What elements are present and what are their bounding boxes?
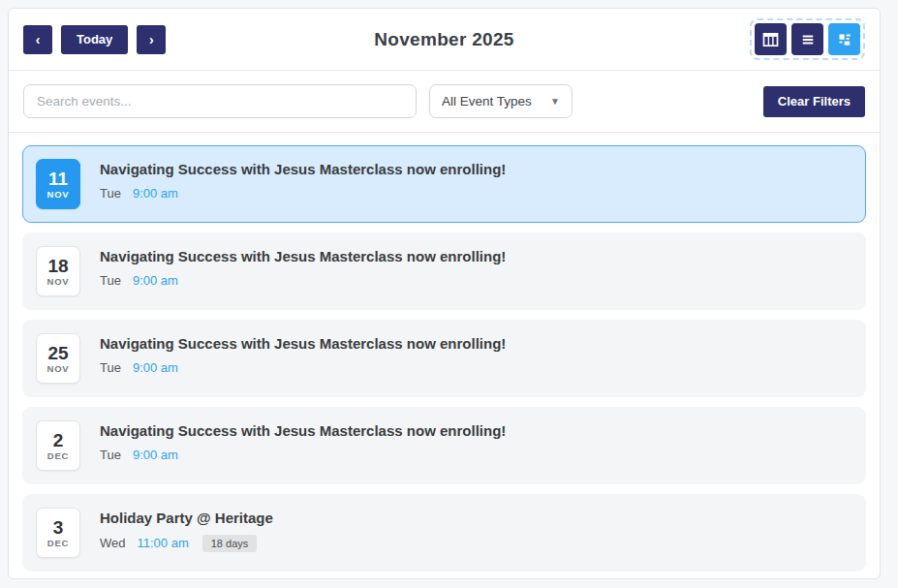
event-date-box: 2 DEC	[36, 420, 80, 471]
view-switcher	[750, 18, 865, 60]
event-day: 18	[47, 257, 68, 275]
page: { "header": { "prev_label": "‹", "today_…	[0, 0, 898, 588]
calendar-header: ‹ Today › November 2025	[9, 9, 880, 71]
prev-month-button[interactable]: ‹	[23, 25, 52, 54]
event-weekday: Wed	[100, 536, 126, 550]
event-time-link[interactable]: 9:00 am	[133, 448, 178, 462]
event-weekday: Tue	[100, 448, 121, 462]
list-icon	[800, 32, 816, 47]
event-weekday: Tue	[100, 360, 121, 375]
month-view-button[interactable]	[755, 23, 787, 55]
event-month: DEC	[47, 539, 69, 548]
photo-view-button[interactable]	[828, 23, 860, 55]
event-title[interactable]: Holiday Party @ Heritage	[100, 509, 273, 528]
event-list: 11 NOV Navigating Success with Jesus Mas…	[9, 133, 880, 579]
event-type-selected-value: All Event Types	[442, 94, 532, 108]
event-month: NOV	[47, 277, 70, 287]
event-day: 3	[53, 518, 64, 537]
filter-bar: All Event Types ▼ Clear Filters	[9, 71, 880, 133]
event-date-box: 11 NOV	[36, 159, 80, 209]
event-meta: Tue 9:00 am	[100, 360, 506, 375]
event-day: 2	[53, 431, 64, 449]
event-card[interactable]: 3 DEC Holiday Party @ Heritage Wed 11:00…	[22, 494, 866, 572]
event-meta: Tue 9:00 am	[100, 186, 506, 201]
event-date-box: 3 DEC	[36, 508, 80, 558]
event-day: 11	[48, 170, 68, 188]
event-title[interactable]: Navigating Success with Jesus Masterclas…	[100, 334, 506, 354]
next-month-button[interactable]: ›	[137, 25, 166, 54]
event-title[interactable]: Navigating Success with Jesus Masterclas…	[100, 160, 506, 179]
event-weekday: Tue	[100, 273, 121, 288]
event-info: Holiday Party @ Heritage Wed 11:00 am 18…	[100, 509, 273, 552]
event-meta: Tue 9:00 am	[100, 448, 506, 462]
mosaic-icon	[837, 32, 852, 47]
event-month: NOV	[47, 190, 70, 200]
event-countdown-badge: 18 days	[202, 535, 258, 552]
calendar-grid-icon	[762, 32, 779, 47]
clear-filters-button[interactable]: Clear Filters	[763, 86, 865, 117]
event-type-select[interactable]: All Event Types ▼	[429, 84, 573, 118]
event-title[interactable]: Navigating Success with Jesus Masterclas…	[100, 421, 506, 441]
event-month: NOV	[47, 364, 70, 374]
event-info: Navigating Success with Jesus Masterclas…	[100, 247, 506, 288]
event-card[interactable]: 25 NOV Navigating Success with Jesus Mas…	[22, 320, 866, 397]
event-time-link[interactable]: 9:00 am	[133, 186, 178, 201]
event-card[interactable]: 18 NOV Navigating Success with Jesus Mas…	[22, 232, 866, 310]
search-input[interactable]	[23, 84, 417, 118]
event-time-link[interactable]: 9:00 am	[133, 360, 178, 375]
event-month: DEC	[47, 451, 69, 461]
chevron-down-icon: ▼	[550, 96, 560, 107]
event-info: Navigating Success with Jesus Masterclas…	[100, 160, 506, 201]
event-info: Navigating Success with Jesus Masterclas…	[100, 421, 506, 462]
event-weekday: Tue	[100, 186, 121, 201]
event-meta: Wed 11:00 am 18 days	[100, 535, 273, 552]
date-navigation: ‹ Today ›	[23, 25, 166, 54]
events-calendar-widget: ‹ Today › November 2025	[8, 8, 881, 579]
today-button[interactable]: Today	[61, 25, 128, 54]
event-info: Navigating Success with Jesus Masterclas…	[100, 334, 506, 375]
event-date-box: 25 NOV	[36, 333, 80, 384]
event-card[interactable]: 11 NOV Navigating Success with Jesus Mas…	[22, 145, 866, 223]
event-time-link[interactable]: 11:00 am	[138, 536, 189, 550]
event-date-box: 18 NOV	[36, 246, 80, 296]
event-title[interactable]: Navigating Success with Jesus Masterclas…	[100, 247, 506, 266]
list-view-button[interactable]	[791, 23, 823, 55]
event-day: 25	[47, 344, 68, 362]
event-time-link[interactable]: 9:00 am	[133, 273, 178, 288]
event-card[interactable]: 2 DEC Navigating Success with Jesus Mast…	[22, 407, 866, 484]
event-meta: Tue 9:00 am	[100, 273, 506, 288]
